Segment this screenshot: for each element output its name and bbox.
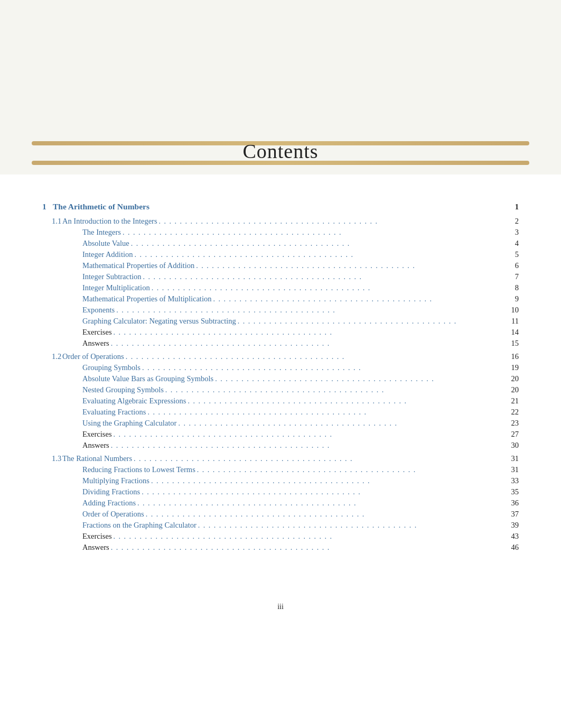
subsection-page: 20 bbox=[504, 385, 519, 394]
subsection-row: Evaluating Algebraic Expressions. . . . … bbox=[42, 395, 519, 407]
subsection-title[interactable]: Using the Graphing Calculator bbox=[82, 419, 176, 428]
section-page: 31 bbox=[504, 454, 519, 463]
top-area: Contents bbox=[0, 0, 561, 174]
subsection-page: 22 bbox=[504, 408, 519, 417]
subsection-title[interactable]: Dividing Fractions bbox=[82, 487, 140, 496]
subsection-row: Integer Multiplication. . . . . . . . . … bbox=[42, 282, 519, 293]
toc-dots: . . . . . . . . . . . . . . . . . . . . … bbox=[112, 532, 504, 541]
subsection-page: 4 bbox=[504, 239, 519, 248]
subsection-title[interactable]: Answers bbox=[82, 441, 109, 450]
toc-dots: . . . . . . . . . . . . . . . . . . . . … bbox=[109, 441, 504, 450]
toc-dots: . . . . . . . . . . . . . . . . . . . . … bbox=[186, 397, 504, 406]
subsection-title[interactable]: Answers bbox=[82, 543, 109, 552]
toc-dots: . . . . . . . . . . . . . . . . . . . . … bbox=[141, 364, 504, 372]
subsection-title[interactable]: Exercises bbox=[82, 328, 112, 337]
footer-page: iii bbox=[0, 603, 561, 611]
section-page: 16 bbox=[504, 352, 519, 361]
subsection-title[interactable]: Answers bbox=[82, 339, 109, 348]
subsection-page: 37 bbox=[504, 510, 519, 519]
subsection-page: 43 bbox=[504, 532, 519, 541]
chapter-num: 1 bbox=[42, 202, 53, 211]
toc-container: 1The Arithmetic of Numbers11.1An Introdu… bbox=[42, 201, 519, 555]
subsection-row: Mathematical Properties of Multiplicatio… bbox=[42, 293, 519, 305]
subsection-row: Using the Graphing Calculator. . . . . .… bbox=[42, 418, 519, 429]
subsection-row: Answers. . . . . . . . . . . . . . . . .… bbox=[42, 542, 519, 553]
section-row: 1.2Order of Operations. . . . . . . . . … bbox=[42, 351, 519, 362]
toc-dots: . . . . . . . . . . . . . . . . . . . . … bbox=[109, 543, 504, 552]
subsection-title[interactable]: Integer Addition bbox=[82, 250, 133, 259]
toc-dots: . . . . . . . . . . . . . . . . . . . . … bbox=[197, 521, 504, 530]
subsection-title[interactable]: Evaluating Fractions bbox=[82, 408, 146, 417]
subsection-title[interactable]: Integer Multiplication bbox=[82, 283, 150, 292]
subsection-row: Grouping Symbols. . . . . . . . . . . . … bbox=[42, 362, 519, 373]
subsection-row: Absolute Value Bars as Grouping Symbols.… bbox=[42, 373, 519, 384]
subsection-page: 33 bbox=[504, 476, 519, 485]
subsection-row: Answers. . . . . . . . . . . . . . . . .… bbox=[42, 440, 519, 451]
toc-dots: . . . . . . . . . . . . . . . . . . . . … bbox=[157, 217, 504, 226]
section-num: 1.3 bbox=[42, 454, 62, 463]
subsection-row: Fractions on the Graphing Calculator. . … bbox=[42, 520, 519, 531]
toc-dots: . . . . . . . . . . . . . . . . . . . . … bbox=[146, 408, 504, 417]
subsection-title[interactable]: Nested Grouping Symbols bbox=[82, 385, 164, 394]
subsection-row: Absolute Value. . . . . . . . . . . . . … bbox=[42, 238, 519, 249]
section-title[interactable]: An Introduction to the Integers bbox=[62, 217, 157, 226]
subsection-page: 10 bbox=[504, 306, 519, 315]
page: Contents 1The Arithmetic of Numbers11.1A… bbox=[0, 0, 561, 728]
page-title: Contents bbox=[0, 140, 561, 163]
chapter-row: 1The Arithmetic of Numbers1 bbox=[42, 201, 519, 213]
subsection-title[interactable]: Exercises bbox=[82, 532, 112, 541]
subsection-title[interactable]: Grouping Symbols bbox=[82, 363, 141, 372]
toc-dots: . . . . . . . . . . . . . . . . . . . . … bbox=[112, 430, 504, 439]
toc-dots: . . . . . . . . . . . . . . . . . . . . … bbox=[115, 306, 504, 315]
subsection-row: The Integers. . . . . . . . . . . . . . … bbox=[42, 227, 519, 238]
subsection-title[interactable]: Reducing Fractions to Lowest Terms bbox=[82, 465, 195, 474]
subsection-title[interactable]: Absolute Value bbox=[82, 239, 129, 248]
subsection-row: Order of Operations. . . . . . . . . . .… bbox=[42, 509, 519, 520]
subsection-row: Integer Addition. . . . . . . . . . . . … bbox=[42, 249, 519, 260]
subsection-title[interactable]: Mathematical Properties of Multiplicatio… bbox=[82, 294, 211, 303]
toc-dots: . . . . . . . . . . . . . . . . . . . . … bbox=[136, 499, 504, 508]
toc-dots: . . . . . . . . . . . . . . . . . . . . … bbox=[211, 295, 504, 303]
toc-dots: . . . . . . . . . . . . . . . . . . . . … bbox=[150, 284, 504, 292]
subsection-page: 20 bbox=[504, 374, 519, 383]
subsection-row: Graphing Calculator: Negating versus Sub… bbox=[42, 316, 519, 327]
toc-dots: . . . . . . . . . . . . . . . . . . . . … bbox=[144, 510, 504, 519]
subsection-page: 11 bbox=[504, 317, 519, 326]
main-content: 1The Arithmetic of Numbers11.1An Introdu… bbox=[0, 174, 561, 587]
subsection-row: Multiplying Fractions. . . . . . . . . .… bbox=[42, 475, 519, 486]
subsection-row: Mathematical Properties of Addition. . .… bbox=[42, 260, 519, 271]
toc-dots: . . . . . . . . . . . . . . . . . . . . … bbox=[176, 419, 504, 428]
subsection-page: 15 bbox=[504, 339, 519, 348]
subsection-title[interactable]: Absolute Value Bars as Grouping Symbols bbox=[82, 374, 213, 383]
subsection-row: Dividing Fractions. . . . . . . . . . . … bbox=[42, 486, 519, 497]
subsection-title[interactable]: Mathematical Properties of Addition bbox=[82, 261, 194, 270]
subsection-title[interactable]: The Integers bbox=[82, 228, 121, 237]
subsection-title[interactable]: Multiplying Fractions bbox=[82, 476, 149, 485]
subsection-page: 5 bbox=[504, 250, 519, 259]
subsection-title[interactable]: Exponents bbox=[82, 306, 115, 315]
subsection-page: 35 bbox=[504, 487, 519, 496]
subsection-row: Evaluating Fractions. . . . . . . . . . … bbox=[42, 407, 519, 418]
subsection-title[interactable]: Fractions on the Graphing Calculator bbox=[82, 521, 197, 530]
toc-dots: . . . . . . . . . . . . . . . . . . . . … bbox=[129, 239, 504, 248]
chapter-title[interactable]: The Arithmetic of Numbers bbox=[53, 202, 149, 211]
subsection-title[interactable]: Evaluating Algebraic Expressions bbox=[82, 397, 186, 406]
subsection-title[interactable]: Adding Fractions bbox=[82, 499, 136, 508]
subsection-title[interactable]: Graphing Calculator: Negating versus Sub… bbox=[82, 317, 236, 326]
subsection-row: Exercises. . . . . . . . . . . . . . . .… bbox=[42, 429, 519, 440]
section-num: 1.2 bbox=[42, 352, 62, 361]
toc-dots: . . . . . . . . . . . . . . . . . . . . … bbox=[109, 339, 504, 348]
subsection-page: 31 bbox=[504, 465, 519, 474]
toc-dots: . . . . . . . . . . . . . . . . . . . . … bbox=[140, 488, 504, 496]
subsection-page: 3 bbox=[504, 228, 519, 237]
subsection-title[interactable]: Exercises bbox=[82, 430, 112, 439]
toc-dots: . . . . . . . . . . . . . . . . . . . . … bbox=[213, 375, 504, 383]
subsection-title[interactable]: Integer Subtraction bbox=[82, 272, 142, 281]
subsection-page: 36 bbox=[504, 499, 519, 508]
subsection-row: Exercises. . . . . . . . . . . . . . . .… bbox=[42, 327, 519, 338]
section-title[interactable]: The Rational Numbers bbox=[62, 454, 132, 463]
deco-bar-bottom bbox=[32, 161, 529, 165]
section-title[interactable]: Order of Operations bbox=[62, 352, 124, 361]
toc-dots: . . . . . . . . . . . . . . . . . . . . … bbox=[124, 353, 504, 361]
subsection-title[interactable]: Order of Operations bbox=[82, 510, 144, 519]
